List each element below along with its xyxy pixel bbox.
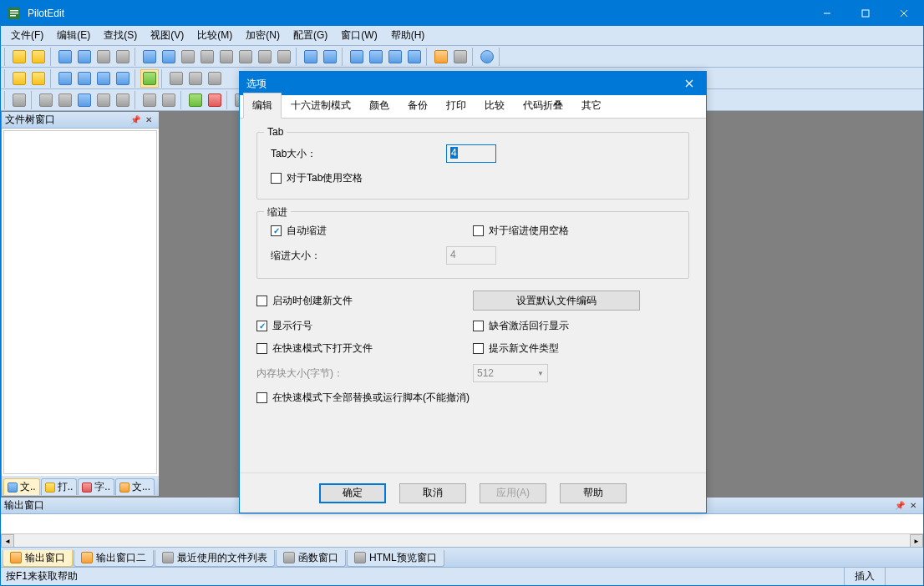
tb2-5-icon[interactable]: [94, 69, 113, 88]
dialog-close-button[interactable]: [673, 72, 706, 95]
prompt-filetype-checkbox[interactable]: 提示新文件类型: [473, 341, 559, 356]
indent-use-spaces-checkbox[interactable]: 对于缩进使用空格: [473, 224, 569, 238]
output-close-icon[interactable]: ✕: [906, 499, 920, 513]
dtab-hex[interactable]: 十六进制模式: [282, 93, 360, 118]
menu-help[interactable]: 帮助(H): [384, 26, 432, 45]
tb-a4-icon[interactable]: [405, 48, 424, 66]
output-scroll[interactable]: ◄ ►: [1, 533, 923, 547]
tb-next-icon[interactable]: [321, 48, 339, 66]
dtab-other[interactable]: 其它: [572, 93, 611, 118]
tb-p2-icon[interactable]: [275, 48, 293, 66]
wrap-display-checkbox[interactable]: 缺省激活回行显示: [473, 319, 569, 333]
tb2-8-icon[interactable]: [167, 69, 185, 88]
tb3-3-icon[interactable]: [56, 91, 74, 109]
tb-a1-icon[interactable]: [348, 48, 366, 66]
tb3-8-icon[interactable]: [160, 91, 178, 109]
scroll-right-icon[interactable]: ►: [910, 534, 923, 547]
dtab-color[interactable]: 颜色: [360, 93, 399, 118]
indent-size-label: 缩进大小：: [271, 249, 446, 263]
tb-delete-icon[interactable]: [236, 48, 255, 66]
minimize-button[interactable]: [808, 1, 846, 26]
dtab-compare[interactable]: 比较: [475, 93, 514, 118]
tb-new-icon[interactable]: [10, 48, 28, 66]
tab-use-spaces-checkbox[interactable]: 对于Tab使用空格: [271, 171, 363, 185]
maximize-button[interactable]: [846, 1, 885, 26]
dtab-backup[interactable]: 备份: [399, 93, 437, 118]
tb2-1-icon[interactable]: [10, 69, 28, 88]
close-button[interactable]: [885, 1, 923, 26]
menu-window[interactable]: 窗口(W): [334, 26, 383, 45]
tb-help-icon[interactable]: [478, 48, 496, 66]
btab-recent[interactable]: 最近使用的文件列表: [155, 550, 275, 567]
cancel-button[interactable]: 取消: [399, 483, 466, 503]
tb-close-icon[interactable]: [94, 48, 113, 66]
tb-b1-icon[interactable]: [432, 48, 450, 66]
open-fast-checkbox[interactable]: 在快速模式下打开文件: [256, 341, 373, 356]
tb2-2-icon[interactable]: [29, 69, 48, 88]
tb-closeall-icon[interactable]: [114, 48, 132, 66]
tb3-4-icon[interactable]: [75, 91, 94, 109]
tb3-7-icon[interactable]: [140, 91, 159, 109]
fast-replace-checkbox[interactable]: 在快速模式下全部替换或运行脚本(不能撤消): [256, 391, 470, 405]
create-on-start-checkbox[interactable]: 启动时创建新文件: [256, 294, 353, 308]
file-tree-header: 文件树窗口 📌 ✕: [2, 112, 159, 129]
menu-encrypt[interactable]: 加密(N): [239, 26, 287, 45]
tb-cut-icon[interactable]: [179, 48, 197, 66]
menu-compare[interactable]: 比较(M): [190, 26, 239, 45]
tab-size-input[interactable]: 4: [446, 144, 496, 163]
tb2-10-icon[interactable]: [206, 69, 224, 88]
file-tree-body[interactable]: [3, 130, 157, 474]
btab-output[interactable]: 输出窗口: [3, 550, 73, 567]
tb2-7-icon[interactable]: [140, 69, 159, 88]
tb-undo-icon[interactable]: [140, 48, 159, 66]
tb-a3-icon[interactable]: [386, 48, 404, 66]
svg-rect-2: [10, 13, 18, 14]
scroll-track[interactable]: [14, 534, 910, 547]
tb2-4-icon[interactable]: [75, 69, 94, 88]
menu-find[interactable]: 查找(S): [97, 26, 144, 45]
scroll-left-icon[interactable]: ◄: [1, 534, 14, 547]
dtab-edit[interactable]: 编辑: [243, 93, 282, 119]
show-lineno-checkbox[interactable]: 显示行号: [256, 319, 312, 333]
tb3-5-icon[interactable]: [94, 91, 113, 109]
output-body[interactable]: ◄ ►: [1, 514, 923, 547]
side-tab-0[interactable]: 文..: [3, 478, 40, 495]
dtab-fold[interactable]: 代码折叠: [514, 93, 572, 118]
dtab-print[interactable]: 打印: [437, 93, 475, 118]
tb-p1-icon[interactable]: [256, 48, 274, 66]
side-tab-3[interactable]: 文...: [115, 478, 155, 495]
menu-edit[interactable]: 编辑(E): [50, 26, 97, 45]
btab-functions[interactable]: 函数窗口: [276, 550, 346, 567]
help-button[interactable]: 帮助: [560, 483, 627, 503]
tb-open-icon[interactable]: [29, 48, 48, 66]
tb3-9-icon[interactable]: [186, 91, 205, 109]
side-tab-1[interactable]: 打..: [41, 478, 78, 495]
tb2-3-icon[interactable]: [56, 69, 74, 88]
tb3-2-icon[interactable]: [37, 91, 55, 109]
tb-saveall-icon[interactable]: [75, 48, 94, 66]
ok-button[interactable]: 确定: [319, 483, 386, 503]
tb2-6-icon[interactable]: [114, 69, 132, 88]
menu-file[interactable]: 文件(F): [4, 26, 50, 45]
output-pin-icon[interactable]: 📌: [893, 499, 906, 513]
tb3-1-icon[interactable]: [10, 91, 28, 109]
tb-save-icon[interactable]: [56, 48, 74, 66]
tb3-6-icon[interactable]: [114, 91, 132, 109]
tb-paste-icon[interactable]: [217, 48, 236, 66]
menu-config[interactable]: 配置(G): [287, 26, 334, 45]
tb-redo-icon[interactable]: [160, 48, 178, 66]
tb-copy-icon[interactable]: [198, 48, 216, 66]
set-encoding-button[interactable]: 设置默认文件编码: [473, 290, 640, 311]
panel-close-icon[interactable]: ✕: [142, 114, 155, 127]
tb-prev-icon[interactable]: [302, 48, 320, 66]
btab-html[interactable]: HTML预览窗口: [347, 550, 444, 567]
tb-a2-icon[interactable]: [367, 48, 385, 66]
tb3-10-icon[interactable]: [206, 91, 224, 109]
tb2-9-icon[interactable]: [186, 69, 205, 88]
menu-view[interactable]: 视图(V): [144, 26, 190, 45]
pin-icon[interactable]: 📌: [129, 114, 142, 127]
auto-indent-checkbox[interactable]: 自动缩进: [271, 224, 327, 238]
btab-output2[interactable]: 输出窗口二: [74, 550, 154, 567]
side-tab-2[interactable]: 字..: [78, 478, 114, 495]
tb-b2-icon[interactable]: [451, 48, 470, 66]
